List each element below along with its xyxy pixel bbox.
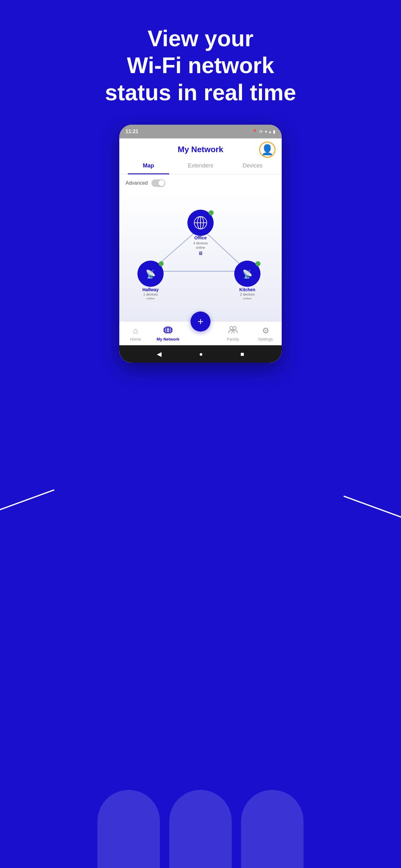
avatar-icon: 👤: [261, 144, 274, 156]
kitchen-online-dot: [256, 261, 261, 266]
shape-2: [169, 790, 232, 868]
battery-icon: ▮: [273, 129, 275, 134]
nav-spacer: [184, 333, 217, 335]
kitchen-status: online: [243, 297, 252, 299]
node-kitchen[interactable]: 📡 Kitchen 2 devices online: [234, 260, 261, 299]
app-content: My Network 👤 Map Extenders Devices Advan…: [119, 138, 282, 363]
nav-home-label: Home: [130, 337, 141, 342]
nav-settings-label: Settings: [258, 337, 273, 342]
fab-plus-icon: +: [198, 316, 204, 328]
shape-3: [241, 790, 304, 868]
hallway-wifi-icon: 📡: [145, 269, 156, 279]
home-icon: ⌂: [133, 326, 138, 336]
advanced-toggle[interactable]: [152, 179, 165, 187]
decorative-curve-left: [0, 489, 55, 512]
nav-family[interactable]: Family: [217, 324, 249, 343]
avatar-button[interactable]: 👤: [259, 142, 275, 158]
header-title: View your Wi-Fi network status in real t…: [105, 26, 296, 105]
android-nav-bar: ◀ ● ■: [119, 345, 282, 363]
home-button[interactable]: ●: [199, 350, 203, 358]
node-office[interactable]: Office 4 devices online 🖥: [188, 210, 213, 256]
svg-point-8: [230, 327, 233, 330]
app-title: My Network: [178, 145, 223, 154]
status-time: 11:21: [126, 129, 138, 134]
nav-family-label: Family: [227, 337, 239, 342]
office-devices-icon: 🖥: [198, 251, 203, 256]
office-status: online: [196, 246, 205, 249]
fab-container: +: [191, 312, 210, 332]
network-map: Office 4 devices online 🖥 📡: [119, 190, 282, 321]
office-devices: 4 devices: [193, 241, 208, 245]
family-icon: [228, 326, 238, 336]
fab-button[interactable]: +: [191, 312, 210, 332]
status-bar: 11:21 📍 ⟳ ▾ ▴ ▮: [119, 125, 282, 138]
map-svg-container: Office 4 devices online 🖥 📡: [123, 196, 278, 299]
office-online-dot: [209, 210, 213, 215]
kitchen-wifi-icon: 📡: [242, 269, 253, 279]
hallway-status: online: [146, 297, 155, 299]
tab-map[interactable]: Map: [123, 157, 175, 174]
back-button[interactable]: ◀: [157, 350, 162, 358]
location-icon: 📍: [252, 129, 257, 134]
settings-icon: ⚙: [262, 326, 269, 336]
hallway-online-dot: [159, 261, 164, 266]
node-hallway[interactable]: 📡 Hallway 1 devices online: [137, 260, 164, 299]
signal-icon: ▴: [269, 129, 271, 134]
tab-bar: Map Extenders Devices: [119, 157, 282, 174]
wifi-icon: ▾: [265, 129, 267, 134]
hallway-devices: 1 devices: [143, 292, 158, 296]
promo-header: View your Wi-Fi network status in real t…: [86, 25, 315, 106]
status-icons: 📍 ⟳ ▾ ▴ ▮: [252, 129, 275, 134]
kitchen-devices: 2 devices: [240, 292, 255, 296]
shape-1: [97, 790, 160, 868]
app-header: My Network 👤: [119, 138, 282, 154]
bottom-nav: + ⌂ Home My Network: [119, 321, 282, 345]
nav-home[interactable]: ⌂ Home: [119, 324, 152, 343]
nav-mynetwork[interactable]: My Network: [152, 324, 184, 343]
recent-button[interactable]: ■: [240, 350, 244, 358]
advanced-row: Advanced: [119, 174, 282, 190]
network-icon: [164, 326, 172, 336]
advanced-label: Advanced: [126, 180, 148, 186]
tab-devices[interactable]: Devices: [226, 157, 278, 174]
phone-frame: 11:21 📍 ⟳ ▾ ▴ ▮ My Network 👤 Map Extende…: [119, 125, 282, 363]
network-svg: Office 4 devices online 🖥 📡: [126, 196, 275, 299]
toggle-knob: [158, 180, 165, 186]
decorative-curve-right: [343, 496, 401, 518]
hallway-label: Hallway: [142, 287, 159, 292]
nav-settings[interactable]: ⚙ Settings: [249, 324, 282, 343]
kitchen-label: Kitchen: [239, 287, 255, 292]
nav-mynetwork-label: My Network: [157, 337, 179, 342]
tab-extenders[interactable]: Extenders: [175, 157, 227, 174]
svg-point-9: [233, 327, 236, 330]
sync-icon: ⟳: [259, 129, 263, 134]
office-label: Office: [194, 235, 207, 240]
bottom-decorative-shapes: [0, 774, 401, 868]
